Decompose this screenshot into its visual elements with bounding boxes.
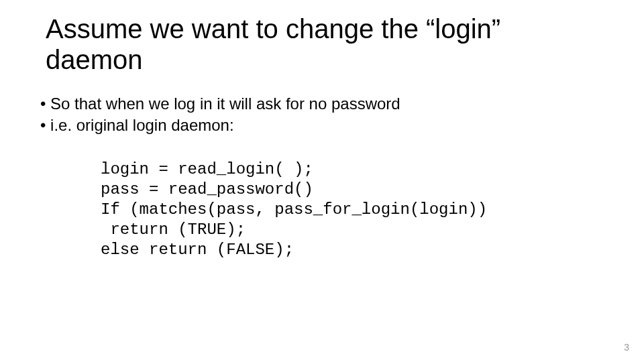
slide: Assume we want to change the “login” dae… — [0, 0, 644, 362]
bullet-item: So that when we log in it will ask for n… — [40, 94, 604, 114]
slide-body: So that when we log in it will ask for n… — [40, 94, 604, 280]
slide-title: Assume we want to change the “login” dae… — [46, 13, 602, 75]
code-line: pass = read_password() — [101, 180, 313, 198]
page-number: 3 — [624, 342, 629, 353]
code-line: else return (FALSE); — [101, 241, 294, 259]
code-line: If (matches(pass, pass_for_login(login)) — [101, 200, 487, 219]
code-block: login = read_login( ); pass = read_passw… — [101, 139, 604, 280]
code-line: return (TRUE); — [101, 221, 246, 239]
bullet-item: i.e. original login daemon: — [40, 115, 604, 135]
code-line: login = read_login( ); — [101, 160, 313, 178]
